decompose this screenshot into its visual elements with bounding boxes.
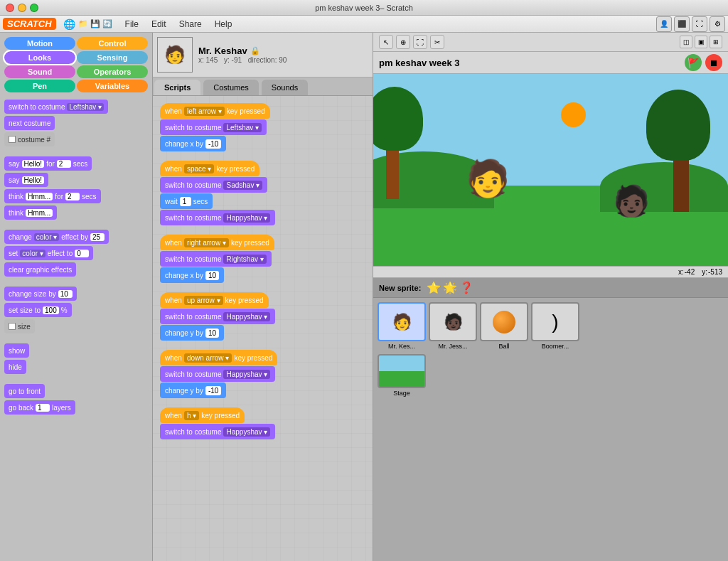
block-think-secs[interactable]: think Hmm... for 2 secs bbox=[4, 189, 101, 203]
block-clear-effects[interactable]: clear graphic effects bbox=[4, 262, 76, 277]
tab-costumes[interactable]: Costumes bbox=[203, 80, 259, 95]
script-down-arrow: when down arrow ▾ key pressed switch to … bbox=[160, 350, 365, 399]
block-change-x-neg10[interactable]: change x by -10 bbox=[160, 136, 226, 151]
sprite-thumb-boomer: ) bbox=[531, 302, 579, 341]
block-wait-1[interactable]: wait 1 secs bbox=[160, 193, 213, 209]
menu-file[interactable]: File bbox=[119, 18, 144, 31]
minimize-button[interactable] bbox=[18, 4, 26, 12]
block-change-x-pos10[interactable]: change x by 10 bbox=[160, 267, 224, 283]
block-go-to-front[interactable]: go to front bbox=[4, 384, 45, 398]
stop-button[interactable]: ⏹ bbox=[705, 54, 722, 71]
sprite-label-keshav: Mr. Kes... bbox=[388, 343, 415, 350]
block-think[interactable]: think Hmm... bbox=[4, 205, 57, 220]
folder-icon[interactable]: 📁 bbox=[78, 19, 88, 28]
cat-looks-btn[interactable]: Looks bbox=[4, 51, 75, 64]
user-icon[interactable]: 👤 bbox=[656, 16, 672, 32]
settings-icon[interactable]: ⚙ bbox=[710, 16, 725, 32]
block-switch-happyshav-1[interactable]: switch to costume Happyshav ▾ bbox=[160, 210, 275, 225]
share-icon[interactable]: 🔄 bbox=[102, 19, 112, 28]
stage-canvas: 🧑 🧑🏿 bbox=[373, 74, 728, 266]
block-switch-happyshav-3[interactable]: switch to costume Happyshav ▾ bbox=[160, 366, 275, 382]
cat-operators-btn[interactable]: Operators bbox=[77, 65, 148, 78]
block-change-y-neg10[interactable]: change y by -10 bbox=[160, 383, 226, 398]
close-button[interactable] bbox=[6, 4, 14, 12]
block-size-var[interactable]: size bbox=[4, 319, 35, 333]
sprite-item-keshav[interactable]: 🧑 Mr. Kes... bbox=[378, 302, 426, 350]
normal-stage-btn[interactable]: ▣ bbox=[695, 36, 707, 48]
resize-icon[interactable]: ⬛ bbox=[674, 16, 690, 32]
titlebar: pm keshav week 3– Scratch bbox=[0, 0, 728, 16]
script-up-arrow: when up arrow ▾ key pressed switch to co… bbox=[160, 292, 365, 341]
sprite-thumb-keshav: 🧑 bbox=[378, 302, 426, 341]
tab-sounds[interactable]: Sounds bbox=[262, 80, 308, 95]
block-show[interactable]: show bbox=[4, 343, 29, 358]
window-mode-buttons: ◫ ▣ ⊞ bbox=[680, 36, 722, 48]
block-switch-leftshav[interactable]: switch to costume Leftshav ▾ bbox=[160, 119, 267, 135]
main-area: Motion Control Looks Sensing Sound Opera… bbox=[0, 33, 728, 561]
sprite-item-boomer[interactable]: ) Boomer... bbox=[531, 302, 579, 350]
hat-space[interactable]: when space ▾ key pressed bbox=[160, 161, 259, 176]
hat-left-arrow[interactable]: when left arrow ▾ key pressed bbox=[160, 103, 270, 119]
new-sprite-star-btn[interactable]: ⭐ bbox=[427, 281, 441, 294]
block-costume-number[interactable]: costume # bbox=[4, 132, 55, 146]
sprite-header: 🧑 Mr. Keshav 🔒 x: 145 y: -91 direction: … bbox=[153, 33, 373, 78]
large-stage-btn[interactable]: ⊞ bbox=[710, 36, 722, 48]
new-sprite-paint-btn[interactable]: 🌟 bbox=[443, 281, 457, 294]
block-change-y-pos10[interactable]: change y by 10 bbox=[160, 325, 224, 341]
new-sprite-label: New sprite: bbox=[379, 284, 421, 292]
block-switch-rightshav[interactable]: switch to costume Rightshav ▾ bbox=[160, 251, 272, 267]
block-set-size[interactable]: set size to 100 % bbox=[4, 303, 72, 317]
sprite-mr-jesse: 🧑🏿 bbox=[613, 183, 650, 218]
maximize-button[interactable] bbox=[30, 4, 38, 12]
stage-thumb-item[interactable]: Stage bbox=[378, 354, 426, 397]
hat-right-arrow[interactable]: when right arrow ▾ key pressed bbox=[160, 235, 274, 250]
stage-tool-duplicate[interactable]: ⛶ bbox=[413, 35, 427, 49]
stage-title: pm keshav week 3 bbox=[379, 58, 459, 68]
block-say[interactable]: say Hello! bbox=[4, 173, 48, 187]
hat-down-arrow[interactable]: when down arrow ▾ key pressed bbox=[160, 350, 277, 365]
cat-sensing-btn[interactable]: Sensing bbox=[77, 51, 148, 64]
menu-toolbar-icons: 📁 💾 🔄 bbox=[78, 19, 112, 28]
block-switch-costume[interactable]: switch to costume Leftshav ▾ bbox=[4, 100, 108, 114]
block-switch-happyshav-2[interactable]: switch to costume Happyshav ▾ bbox=[160, 309, 275, 324]
stage-toolbar-icons: ↖ ⊕ ⛶ ✂ bbox=[379, 35, 444, 49]
ball-circle bbox=[493, 311, 515, 333]
cat-motion-btn[interactable]: Motion bbox=[4, 37, 75, 50]
save-icon[interactable]: 💾 bbox=[90, 19, 100, 28]
cat-control-btn[interactable]: Control bbox=[77, 37, 148, 50]
hat-up-arrow[interactable]: when up arrow ▾ key pressed bbox=[160, 292, 269, 308]
globe-icon[interactable]: 🌐 bbox=[63, 18, 75, 30]
stage-tool-pointer[interactable]: ↖ bbox=[379, 35, 393, 49]
block-change-effect[interactable]: change color ▾ effect by 25 bbox=[4, 230, 109, 244]
block-go-back[interactable]: go back 1 layers bbox=[4, 400, 75, 415]
new-sprite-random-btn[interactable]: ❓ bbox=[459, 281, 473, 294]
block-set-effect[interactable]: set color ▾ effect to 0 bbox=[4, 246, 93, 260]
sprite-item-ball[interactable]: Ball bbox=[480, 302, 528, 350]
block-say-secs[interactable]: say Hello! for 2 secs bbox=[4, 156, 92, 171]
menu-share[interactable]: Share bbox=[173, 18, 208, 31]
scripts-canvas[interactable]: when left arrow ▾ key pressed switch to … bbox=[153, 96, 373, 561]
hat-h-key[interactable]: when h ▾ key pressed bbox=[160, 407, 245, 423]
block-change-size[interactable]: change size by 10 bbox=[4, 287, 77, 301]
tree-top-right bbox=[646, 90, 710, 161]
block-hide[interactable]: hide bbox=[4, 360, 26, 374]
stage-tool-resize[interactable]: ⊕ bbox=[396, 35, 410, 49]
menu-help[interactable]: Help bbox=[209, 18, 238, 31]
block-switch-happyshav-4[interactable]: switch to costume Happyshav ▾ bbox=[160, 424, 275, 439]
right-panel: ↖ ⊕ ⛶ ✂ ◫ ▣ ⊞ pm keshav week 3 🚩 ⏹ bbox=[373, 33, 728, 561]
block-next-costume[interactable]: next costume bbox=[4, 116, 55, 130]
small-stage-btn[interactable]: ◫ bbox=[680, 36, 692, 48]
green-flag-button[interactable]: 🚩 bbox=[685, 54, 702, 71]
cat-variables-btn[interactable]: Variables bbox=[77, 80, 148, 92]
cat-pen-btn[interactable]: Pen bbox=[4, 80, 75, 92]
sprite-item-jesse[interactable]: 🧑🏿 Mr. Jess... bbox=[429, 302, 477, 350]
menu-edit[interactable]: Edit bbox=[146, 18, 172, 31]
sprite-name: Mr. Keshav bbox=[198, 46, 247, 56]
fullscreen-icon[interactable]: ⛶ bbox=[692, 16, 707, 32]
block-switch-sadshav[interactable]: switch to costume Sadshav ▾ bbox=[160, 177, 267, 193]
tab-scripts[interactable]: Scripts bbox=[154, 80, 200, 95]
stage-tool-delete[interactable]: ✂ bbox=[430, 35, 444, 49]
sun bbox=[561, 102, 586, 127]
cat-sound-btn[interactable]: Sound bbox=[4, 65, 75, 78]
scratch-logo: SCRATCH bbox=[3, 18, 56, 30]
